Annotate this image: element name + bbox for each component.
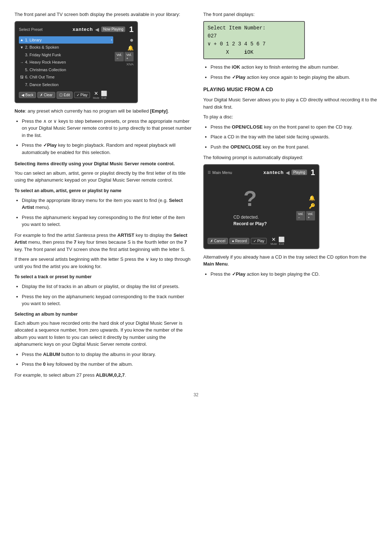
subsection-text: You can select an album, artist, genre o… (15, 170, 192, 184)
brand-label: xantech (73, 27, 93, 32)
intro-text: The front panel and TV screen both displ… (15, 11, 192, 18)
list-item[interactable]: 🖫 6. Chill Out Time (19, 73, 113, 81)
playing-cd-title: PLAYING MUSIC FROM A CD (203, 86, 377, 93)
clear-btn[interactable]: ✗ Clear (37, 92, 55, 98)
subsection-title: Selecting items directly using your Digi… (15, 160, 192, 167)
selecting-album-text: Each album you have recorded onto the ha… (15, 320, 192, 348)
bullet-item: Display the list of tracks in an album o… (22, 283, 192, 290)
selecting-album-label: Selecting an album by number (15, 311, 192, 317)
cd-menu-label: Main Menu (212, 170, 232, 175)
right-column: The front panel displays: Select Item Nu… (203, 11, 377, 381)
after-panel-list: Press the iOK action key to finish enter… (211, 64, 377, 81)
cd-record-btn[interactable]: ● Record (229, 238, 249, 244)
record-or-play-text: Record or Play? (233, 221, 267, 226)
cd-play-btn[interactable]: ✓ Play (251, 238, 267, 244)
to-select-list: Display the appropriate library menu for… (22, 197, 192, 228)
playing-cd-text: Your Digital Music Server allows you to … (203, 96, 377, 110)
bullet-item: Press the alphanumeric keypad key corres… (22, 214, 192, 228)
following-prompt-text: The following prompt is automatically di… (203, 154, 377, 161)
bullet-item: Press the OPEN/CLOSE key on the front pa… (211, 123, 377, 131)
bullets1-list: Press the ∧ or ∨ keys to step between pr… (22, 118, 192, 156)
bullet-item: Display the appropriate library menu for… (22, 197, 192, 211)
cd-vol-plus-btn[interactable]: Vol.+ (306, 211, 315, 220)
cd-footer-bar: ✗ Cancel ● Record ✓ Play ✕ Mute ⬜ Exit (208, 236, 315, 246)
left-column: The front panel and TV screen both displ… (15, 11, 192, 381)
cd-mute-label: Mute (270, 242, 277, 246)
vol-plus-btn[interactable]: Vol.+ (124, 52, 134, 61)
back-btn[interactable]: ◀ Back (19, 92, 36, 98)
select-preset-label: Select Preset (19, 27, 42, 32)
to-select-label: To select an album, artist, genre or pla… (15, 187, 192, 194)
bullet-item: Press the iOK action key to finish enter… (211, 64, 377, 71)
vol-minus-btn[interactable]: Vol.− (115, 52, 124, 61)
preset-screen-mockup: Select Preset xantech ◀ Now Playing 1 ▲ … (15, 21, 138, 104)
for-example-text: For example, to select album 27 press AL… (15, 372, 192, 379)
cd-exit-label: Exit (279, 242, 284, 246)
album-bullets-list: Press the ALBUM button to to display the… (22, 351, 192, 368)
edit-btn[interactable]: ⓘ Edit (57, 92, 73, 99)
cd-brand-label: xantech (264, 170, 284, 175)
cd-detected-text: CD detected. Record or Play? (233, 214, 267, 227)
exit-label: Exit (102, 96, 106, 100)
screen-side-icons: ● 🔔 Vol.− Vol.+ XIVA (115, 36, 134, 66)
alternatively-text: Alternatively if you already have a CD i… (203, 254, 377, 268)
to-select-track-label: To select a track or preset by number (15, 274, 192, 280)
question-mark-icon: ? (244, 186, 257, 211)
xiva-label: XIVA (126, 62, 134, 66)
now-playing-badge: Now Playing (101, 27, 125, 32)
to-play-list: Press the OPEN/CLOSE key on the front pa… (211, 123, 377, 151)
play-btn[interactable]: ✓ Play (74, 92, 90, 98)
bullet-item: Press the ALBUM button to to display the… (22, 351, 192, 358)
cd-vol-minus-btn[interactable]: Vol.− (296, 211, 305, 220)
if-several-text: If there are several artists beginning w… (15, 256, 192, 270)
cd-playing-badge: Playing (291, 170, 307, 175)
note-text: Note: any preset which currently has no … (15, 108, 192, 115)
example-text: For example to find the artist Santessa … (15, 232, 192, 253)
panel-line2: 027 (208, 32, 301, 40)
page-number: 32 (15, 392, 377, 397)
bullet-item: Press the ✓Play action key once again to… (211, 74, 377, 81)
to-select-track-list: Display the list of tracks in an album o… (22, 283, 192, 307)
cd-big-number: 1 (311, 168, 315, 177)
front-panel-label: The front panel displays: (203, 11, 377, 18)
bullet-item: Press the key on the alphanumeric keypad… (22, 293, 192, 307)
bullet-item: Press the ✓Play action key to begin play… (211, 271, 377, 278)
panel-line4: X iOK (208, 48, 301, 56)
panel-line1: Select Item Number: (208, 24, 301, 32)
to-play-label: To play a disc: (203, 113, 377, 121)
bullet-item: Press the ∧ or ∨ keys to step between pr… (22, 118, 192, 139)
cd-cancel-btn[interactable]: ✗ Cancel (208, 238, 228, 244)
screen-big-number: 1 (129, 25, 134, 34)
list-item[interactable]: → 7. Dance Selection (19, 81, 113, 89)
bullet-item: Press the 0 key followed by the number o… (22, 361, 192, 368)
list-item[interactable]: ▲ 1. Library › (19, 36, 113, 44)
mute-label: Mute (93, 96, 99, 100)
list-item[interactable]: ▼ 2. Books & Spoken (19, 44, 113, 51)
last-bullet-list: Press the ✓Play action key to begin play… (211, 271, 377, 278)
panel-line3: ∨ + 0 1 2 3 4 5 6 7 (208, 40, 301, 48)
bullet-item: Place a CD in the tray with the label si… (211, 133, 377, 141)
list-item[interactable]: → 4. Heavy Rock Heaven (19, 58, 113, 66)
list-item[interactable]: ▼ 3. Friday Night Funk (19, 51, 113, 59)
bullet-item: Press the ✓Play key to begin playback. R… (22, 142, 192, 156)
screen-footer-bar: ◀ Back ✗ Clear ⓘ Edit ✓ Play ✕ Mute ⬜ Ex… (19, 90, 134, 100)
preset-list: ▲ 1. Library › ▼ 2. Books & Spoken ▼ 3. … (19, 36, 113, 89)
bullet-item: Push the OPEN/CLOSE key on the front pan… (211, 143, 377, 151)
panel-display: Select Item Number: 027 ∨ + 0 1 2 3 4 5 … (203, 21, 305, 60)
list-item[interactable]: → 5. Christmas Collection (19, 66, 113, 74)
cd-screen-mockup: ☰ Main Menu xantech ◀ Playing 1 ? CD det… (203, 164, 319, 249)
